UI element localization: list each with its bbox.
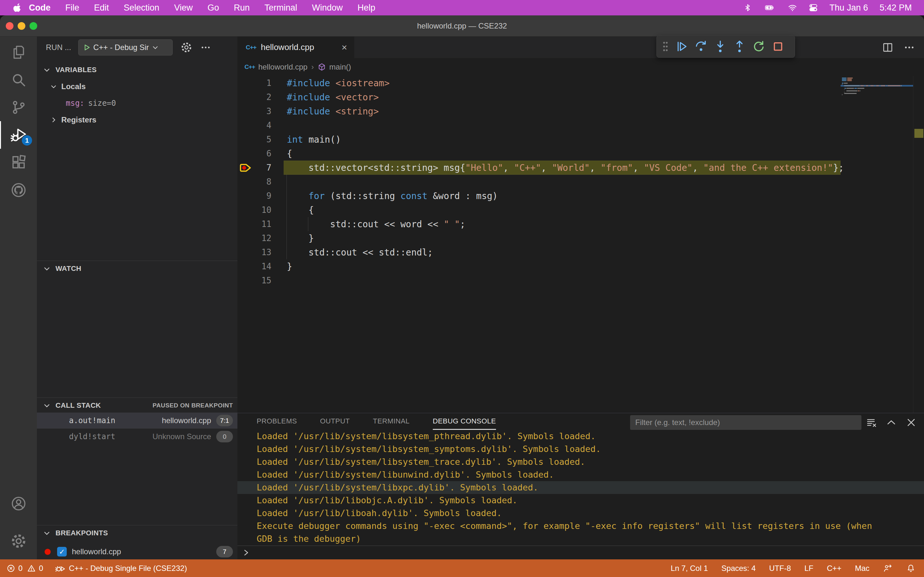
gutter-glyph[interactable]	[237, 231, 255, 245]
stack-frame-main[interactable]: a.out!main helloworld.cpp 7:1	[37, 413, 237, 429]
toolbar-drag-handle-icon[interactable]	[661, 39, 670, 53]
stop-button[interactable]	[771, 39, 785, 53]
sidebar-item-explorer[interactable]	[0, 39, 37, 66]
continue-button[interactable]	[675, 39, 689, 53]
console-line[interactable]: Loaded '/usr/lib/liboah.dylib'. Symbols …	[237, 507, 924, 520]
step-into-button[interactable]	[713, 39, 727, 53]
code-line-9[interactable]: 9 for (std::string const &word : msg)	[237, 189, 924, 203]
code-line-7[interactable]: 7 std::vector<std::string> msg{"Hello", …	[237, 161, 924, 175]
more-actions-button[interactable]	[903, 42, 915, 53]
close-panel-button[interactable]	[905, 417, 917, 428]
bluetooth-icon[interactable]	[743, 3, 752, 12]
breakpoint-checkbox[interactable]: ✓	[57, 547, 67, 556]
language-mode-status[interactable]: C++	[827, 564, 841, 573]
variable-row-msg[interactable]: msg: size=0	[37, 95, 237, 111]
step-out-button[interactable]	[732, 39, 746, 53]
overview-ruler[interactable]	[913, 76, 924, 413]
code-line-13[interactable]: 13 std::cout << std::endl;	[237, 245, 924, 259]
wifi-icon[interactable]	[788, 3, 797, 12]
gutter-glyph[interactable]	[237, 203, 255, 217]
tab-terminal[interactable]: TERMINAL	[373, 413, 409, 430]
code-editor[interactable]: 1#include <iostream>2#include <vector>3#…	[237, 76, 924, 413]
menu-item-run[interactable]: Run	[234, 3, 250, 13]
code-line-10[interactable]: 10 {	[237, 203, 924, 217]
debug-config-dropdown[interactable]: C++ - Debug Sir	[78, 39, 173, 55]
close-tab-icon[interactable]: ×	[341, 43, 347, 52]
gutter-glyph[interactable]	[237, 175, 255, 189]
menu-item-window[interactable]: Window	[312, 3, 342, 13]
zoom-window-button[interactable]	[29, 22, 37, 30]
code-line-3[interactable]: 3#include <string>	[237, 104, 924, 118]
console-line[interactable]: Loaded '/usr/lib/system/libsystem_sympto…	[237, 443, 924, 456]
code-line-8[interactable]: 8	[237, 175, 924, 189]
console-line[interactable]: Loaded '/usr/lib/system/libunwind.dylib'…	[237, 468, 924, 481]
gutter-glyph[interactable]	[237, 147, 255, 161]
console-line[interactable]: Loaded '/usr/lib/libobjc.A.dylib'. Symbo…	[237, 494, 924, 507]
gutter-glyph[interactable]	[237, 104, 255, 118]
gutter-glyph[interactable]	[237, 274, 255, 287]
code-line-2[interactable]: 2#include <vector>	[237, 90, 924, 104]
cursor-position-status[interactable]: Ln 7, Col 1	[670, 564, 708, 573]
menu-item-code[interactable]: Code	[29, 3, 51, 13]
breakpoints-section-header[interactable]: BREAKPOINTS	[37, 525, 237, 541]
debug-console-output[interactable]: Loaded '/usr/lib/system/libsystem_pthrea…	[237, 430, 924, 546]
more-actions-icon[interactable]	[200, 42, 211, 53]
sidebar-item-run-and-debug[interactable]: 1	[0, 121, 37, 149]
stack-frame-dyld[interactable]: dyld!start Unknown Source 0	[37, 429, 237, 445]
menu-item-selection[interactable]: Selection	[124, 3, 160, 13]
split-editor-button[interactable]	[882, 41, 894, 53]
maximize-panel-button[interactable]	[885, 417, 897, 428]
tab-debug-console[interactable]: DEBUG CONSOLE	[433, 413, 496, 430]
gutter-glyph[interactable]	[237, 118, 255, 132]
indentation-status[interactable]: Spaces: 4	[722, 564, 756, 573]
console-line[interactable]: GDB is the debugger)	[237, 532, 924, 545]
gutter-glyph[interactable]	[237, 217, 255, 231]
eol-status[interactable]: LF	[804, 564, 813, 573]
close-window-button[interactable]	[6, 22, 13, 30]
tab-problems[interactable]: PROBLEMS	[257, 413, 297, 430]
code-line-11[interactable]: 11 std::cout << word << " ";	[237, 217, 924, 231]
clear-console-button[interactable]	[866, 417, 877, 428]
breadcrumb-symbol[interactable]: main()	[329, 63, 351, 71]
sidebar-item-search[interactable]	[0, 66, 37, 93]
warnings-status[interactable]: 0	[27, 564, 43, 573]
call-stack-section-header[interactable]: CALL STACK PAUSED ON BREAKPOINT	[37, 398, 237, 413]
code-line-14[interactable]: 14}	[237, 259, 924, 274]
sidebar-item-extensions[interactable]	[0, 149, 37, 176]
gutter-glyph[interactable]	[237, 189, 255, 203]
sidebar-item-github[interactable]	[0, 176, 37, 204]
menu-item-edit[interactable]: Edit	[94, 3, 109, 13]
console-line[interactable]: Loaded '/usr/lib/system/libxpc.dylib'. S…	[237, 481, 924, 494]
menu-item-terminal[interactable]: Terminal	[264, 3, 297, 13]
menu-item-help[interactable]: Help	[357, 3, 375, 13]
debug-console-input[interactable]	[237, 546, 924, 559]
minimap[interactable]	[841, 76, 913, 413]
sidebar-item-settings[interactable]	[0, 527, 37, 555]
console-line[interactable]: Loaded '/usr/lib/system/libsystem_trace.…	[237, 456, 924, 468]
sidebar-item-accounts[interactable]	[0, 490, 37, 517]
encoding-status[interactable]: UTF-8	[769, 564, 791, 573]
locals-group[interactable]: Locals	[37, 79, 237, 94]
apple-menu-icon[interactable]	[13, 3, 21, 13]
watch-section-header[interactable]: WATCH	[37, 261, 237, 276]
console-line[interactable]: Execute debugger commands using "-exec <…	[237, 520, 924, 532]
breakpoint-current-line-glyph[interactable]	[237, 161, 255, 175]
code-line-6[interactable]: 6{	[237, 147, 924, 161]
code-line-5[interactable]: 5int main()	[237, 132, 924, 147]
step-over-button[interactable]	[694, 39, 708, 53]
console-filter-input[interactable]	[630, 415, 861, 430]
variables-section-header[interactable]: VARIABLES	[37, 62, 237, 77]
gutter-glyph[interactable]	[237, 90, 255, 104]
code-line-12[interactable]: 12 }	[237, 231, 924, 245]
breadcrumb-file[interactable]: helloworld.cpp	[258, 63, 307, 71]
tab-output[interactable]: OUTPUT	[320, 413, 350, 430]
sidebar-item-source-control[interactable]	[0, 93, 37, 121]
menubar-time[interactable]: 5:42 PM	[879, 3, 912, 13]
minimize-window-button[interactable]	[18, 22, 25, 30]
gutter-glyph[interactable]	[237, 76, 255, 90]
bell-icon[interactable]	[906, 564, 916, 573]
menubar-date[interactable]: Thu Jan 6	[829, 3, 868, 13]
control-center-icon[interactable]	[809, 3, 818, 12]
code-line-4[interactable]: 4	[237, 118, 924, 132]
menu-item-go[interactable]: Go	[208, 3, 219, 13]
